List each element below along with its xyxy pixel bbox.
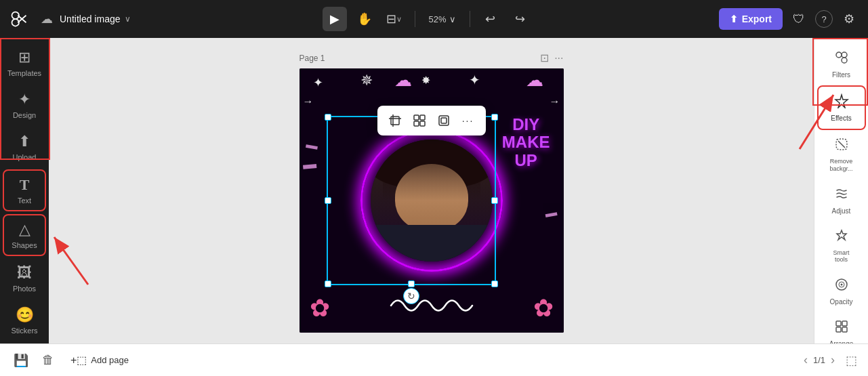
- photos-icon: 🖼: [17, 264, 32, 282]
- sidebar-item-label: Templates: [7, 69, 41, 77]
- canvas-area[interactable]: Page 1 ⊡ ··· ···: [49, 38, 814, 343]
- deco-cloud2: ☁: [394, 70, 412, 91]
- sidebar-item-label: Stickers: [11, 327, 37, 335]
- right-item-label: Opacity: [830, 298, 853, 306]
- svg-marker-19: [835, 95, 848, 108]
- add-page-label: Add page: [91, 355, 129, 365]
- sidebar-item-templates[interactable]: ⊞ Templates: [3, 43, 46, 83]
- page-next-button[interactable]: ›: [831, 353, 835, 367]
- add-page-button[interactable]: +⬚ Add page: [65, 351, 134, 369]
- save-bottom-button[interactable]: 💾: [11, 350, 31, 371]
- topbar-right: ⬆ Export 🛡 ? ⚙: [719, 8, 860, 30]
- main-area: ⊞ Templates ✦ Design ⬆ Upload T Text △ S…: [0, 38, 868, 343]
- page-grid-icon[interactable]: ⊡: [540, 51, 549, 64]
- bottom-right: ‹ 1/1 › ⬚: [804, 353, 857, 368]
- crop-button[interactable]: [384, 110, 406, 131]
- page-counter: 1/1: [813, 355, 825, 365]
- svg-rect-10: [420, 121, 425, 126]
- svg-rect-4: [391, 117, 399, 125]
- shield-button[interactable]: 🛡: [788, 8, 810, 30]
- right-item-filters[interactable]: Filters: [817, 43, 866, 85]
- svg-rect-25: [842, 321, 847, 326]
- text-icon: T: [20, 176, 30, 194]
- sidebar-item-text[interactable]: T Text: [3, 169, 46, 211]
- templates-icon: ⊞: [18, 49, 30, 66]
- undo-button[interactable]: ↩: [478, 7, 503, 31]
- export-label: Export: [742, 14, 772, 24]
- sidebar-item-label: Photos: [13, 285, 36, 293]
- sidebar-item-stickers[interactable]: 😊 Stickers: [3, 301, 46, 340]
- position-button[interactable]: [409, 110, 430, 131]
- sidebar-item-frames[interactable]: ⬚ Frames: [3, 343, 46, 343]
- redo-button[interactable]: ↪: [508, 7, 533, 31]
- right-item-remove-bg[interactable]: Removebackgr...: [817, 130, 866, 180]
- shapes-icon: △: [19, 221, 30, 238]
- zoom-value: 52%: [429, 14, 447, 24]
- svg-point-16: [836, 52, 842, 58]
- frame-button[interactable]: [433, 110, 455, 131]
- deco-arrow1: →: [303, 96, 314, 108]
- page-prev-button[interactable]: ‹: [804, 353, 808, 367]
- file-name: Untitled image: [60, 14, 121, 24]
- canvas-text-diy: DIYMAKEUP: [502, 116, 550, 169]
- svg-point-17: [842, 58, 847, 63]
- design-icon: ✦: [18, 91, 30, 108]
- svg-rect-7: [414, 115, 419, 120]
- sidebar-item-photos[interactable]: 🖼 Photos: [3, 259, 46, 298]
- settings-button[interactable]: ⚙: [838, 8, 860, 30]
- svg-rect-24: [836, 321, 841, 326]
- more-button[interactable]: ···: [457, 110, 479, 131]
- deco-flower1: ✿: [310, 294, 330, 322]
- right-item-adjust[interactable]: Adjust: [817, 180, 866, 222]
- right-item-label: Effects: [831, 114, 851, 122]
- sidebar-item-label: Design: [13, 111, 36, 119]
- app-logo[interactable]: [8, 8, 30, 30]
- svg-line-20: [838, 141, 845, 148]
- add-page-icon: +⬚: [70, 354, 87, 367]
- deco-scribbles: [388, 292, 476, 312]
- svg-point-23: [840, 284, 842, 286]
- right-item-label: Filters: [832, 71, 850, 79]
- svg-rect-26: [836, 327, 841, 332]
- arrange-icon: [834, 319, 849, 337]
- deco-star2: ✸: [421, 74, 430, 87]
- sidebar-item-shapes[interactable]: △ Shapes: [3, 214, 46, 256]
- topbar: ☁ Untitled image ∨ ▶ ✋ ⊟ ∨ 52% ∨ ↩ ↪ ⬆ E…: [0, 0, 868, 38]
- file-title[interactable]: ☁ Untitled image ∨: [35, 9, 136, 29]
- zoom-control[interactable]: 52% ∨: [423, 12, 461, 27]
- upload-icon: ⬆: [18, 133, 30, 150]
- select-tool-button[interactable]: ▶: [323, 7, 347, 31]
- help-button[interactable]: ?: [815, 10, 833, 28]
- svg-line-15: [800, 95, 814, 149]
- title-chevron-icon: ∨: [125, 14, 131, 24]
- svg-line-14: [54, 237, 88, 285]
- right-item-effects[interactable]: Effects: [817, 85, 866, 130]
- right-panel: Filters Effects Removebackgr... Adjust S: [814, 38, 868, 343]
- divider2: [470, 11, 470, 27]
- trash-bottom-button[interactable]: 🗑: [39, 350, 57, 370]
- page-more-icon[interactable]: ···: [554, 52, 563, 64]
- export-button[interactable]: ⬆ Export: [719, 8, 783, 30]
- hand-tool-button[interactable]: ✋: [352, 7, 377, 31]
- smart-tools-icon: [834, 228, 849, 247]
- page-label: Page 1: [299, 54, 325, 63]
- effects-icon: [834, 93, 849, 112]
- right-item-label: Smarttools: [833, 249, 849, 264]
- right-item-opacity[interactable]: Opacity: [817, 270, 866, 312]
- sidebar-item-upload[interactable]: ⬆ Upload: [3, 127, 46, 167]
- svg-rect-27: [842, 327, 847, 332]
- svg-rect-9: [414, 121, 419, 126]
- deco-sun: ✵: [360, 72, 373, 89]
- sidebar-item-label: Text: [18, 196, 31, 205]
- layout-tool-button[interactable]: ⊟ ∨: [382, 7, 407, 31]
- right-item-arrange[interactable]: Arrange: [817, 312, 866, 343]
- face-circle: [371, 140, 493, 262]
- deco-flower2: ✿: [533, 294, 554, 322]
- page-header: Page 1 ⊡ ···: [299, 51, 564, 64]
- right-item-smart-tools[interactable]: Smarttools: [817, 222, 866, 271]
- opacity-icon: [834, 277, 849, 295]
- sidebar-item-label: Upload: [13, 153, 37, 161]
- sidebar-item-design[interactable]: ✦ Design: [3, 85, 46, 125]
- svg-rect-12: [441, 118, 447, 123]
- fullscreen-button[interactable]: ⬚: [846, 353, 857, 368]
